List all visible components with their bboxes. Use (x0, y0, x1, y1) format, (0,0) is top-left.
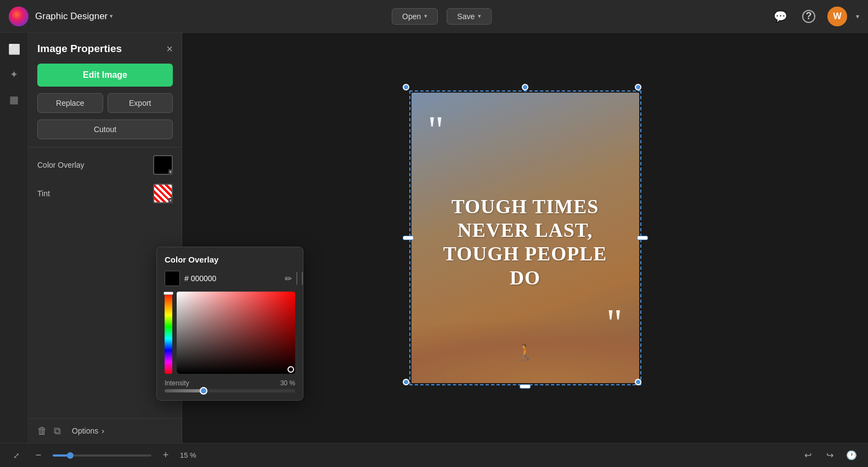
undo-icon: ↩ (804, 450, 811, 460)
bottombar: ⤢ − + 15 % ↩ ↪ 🕐 (0, 443, 868, 467)
bottombar-right: ↩ ↪ 🕐 (800, 448, 859, 463)
hex-input[interactable] (184, 274, 280, 283)
zoom-slider[interactable] (53, 454, 151, 457)
handle-top[interactable] (522, 84, 528, 90)
figure-silhouette: 🚶 (516, 343, 535, 361)
tint-swatch[interactable]: ▾ (153, 184, 173, 203)
color-popup-title: Color Overlay (165, 255, 295, 264)
hue-handle (164, 292, 173, 295)
save-button[interactable]: Save ▾ (447, 8, 492, 25)
strip-grid-icon[interactable]: ▦ (4, 90, 24, 110)
zoom-value: 15 % (180, 451, 200, 459)
undo-button[interactable]: ↩ (800, 448, 815, 463)
plus-icon: + (163, 449, 169, 461)
save-label: Save (457, 12, 475, 21)
handle-bottom[interactable] (520, 384, 531, 389)
color-overlay-row: Color Overlay ▾ (29, 151, 182, 179)
edit-image-button[interactable]: Edit Image (37, 64, 173, 87)
zoom-in-button[interactable]: + (158, 448, 173, 463)
tint-swatch-arrow: ▾ (168, 198, 173, 203)
duplicate-icon[interactable]: ⧉ (54, 425, 61, 437)
hue-slider[interactable] (165, 292, 172, 374)
chat-button[interactable]: 💬 (770, 7, 790, 26)
open-label: Open (402, 12, 421, 21)
chat-icon: 💬 (774, 10, 787, 23)
handle-bottom-right[interactable] (635, 379, 641, 385)
poster-text: TOUGH TIMESNEVER LAST,TOUGH PEOPLEDO (429, 195, 622, 290)
eyedropper-button[interactable]: ✏ (285, 274, 292, 284)
avatar-initial: W (833, 12, 841, 21)
eyedropper-icon: ✏ (285, 274, 292, 283)
avatar[interactable]: W (827, 7, 847, 26)
intensity-slider[interactable] (165, 389, 295, 392)
hex-row: ✏ (165, 271, 295, 286)
handle-left[interactable] (403, 236, 414, 240)
color-overlay-label: Color Overlay (37, 161, 84, 169)
intensity-handle (200, 387, 207, 395)
export-button[interactable]: Export (108, 93, 173, 113)
grid-icon: ▦ (9, 94, 19, 106)
replace-button[interactable]: Replace (37, 93, 103, 113)
poster: " TOUGH TIMESNEVER LAST,TOUGH PEOPLEDO "… (412, 93, 639, 383)
quote-close: " (606, 307, 622, 339)
topbar-right: 💬 ? W ▾ (770, 7, 859, 26)
palette-icon[interactable] (296, 272, 297, 285)
zoom-out-button[interactable]: − (31, 448, 46, 463)
replace-export-row: Replace Export (29, 93, 182, 117)
expand-icon: ⤢ (13, 451, 20, 460)
color-overlay-swatch[interactable]: ▾ (153, 155, 173, 175)
minus-icon: − (36, 449, 42, 461)
options-label: Options (72, 426, 98, 435)
app-logo (9, 7, 29, 26)
intensity-fill (165, 389, 204, 392)
sidebar-title: Image Properties (37, 43, 122, 55)
help-button[interactable]: ? (799, 7, 819, 26)
hex-swatch (165, 271, 180, 286)
delete-icon[interactable]: 🗑 (37, 425, 47, 437)
color-picker-area (165, 292, 295, 374)
saturation-overlay (177, 292, 295, 374)
options-chevron: › (102, 426, 104, 435)
save-chevron: ▾ (478, 13, 481, 20)
handle-top-right[interactable] (635, 84, 641, 90)
handle-bottom-left[interactable] (403, 379, 409, 385)
sidebar-bottom-toolbar: 🗑 ⧉ Options › (29, 418, 182, 443)
intensity-row: Intensity 30 % (165, 379, 295, 392)
expand-button[interactable]: ⤢ (9, 448, 24, 463)
sidebar-header: Image Properties × (29, 33, 182, 61)
zoom-handle (67, 452, 74, 459)
redo-button[interactable]: ↪ (822, 448, 837, 463)
topbar: Graphic Designer ▾ Open ▾ Save ▾ 💬 ? W ▾ (0, 0, 868, 33)
saturation-box[interactable] (177, 292, 295, 374)
cutout-button[interactable]: Cutout (37, 119, 173, 139)
handle-top-left[interactable] (403, 84, 409, 90)
color-overlay-popup: Color Overlay ✏ Intensity 30 % (156, 247, 303, 401)
intensity-label-row: Intensity 30 % (165, 379, 295, 387)
options-button[interactable]: Options › (67, 424, 109, 437)
divider-1 (29, 147, 182, 147)
strip-settings-icon[interactable]: ✦ (4, 65, 24, 84)
topbar-center: Open ▾ Save ▾ (113, 8, 770, 25)
icon-strip: ⬜ ✦ ▦ (0, 33, 29, 443)
avatar-chevron: ▾ (856, 13, 859, 20)
app-name[interactable]: Graphic Designer ▾ (35, 11, 113, 22)
redo-icon: ↪ (826, 450, 833, 460)
close-button[interactable]: × (166, 43, 173, 54)
history-button[interactable]: 🕐 (844, 448, 859, 463)
open-button[interactable]: Open ▾ (392, 8, 438, 25)
intensity-value: 30 % (280, 379, 295, 387)
help-icon: ? (802, 10, 815, 23)
history-icon: 🕐 (846, 450, 857, 460)
saturation-handle (288, 366, 294, 373)
design-canvas[interactable]: " TOUGH TIMESNEVER LAST,TOUGH PEOPLEDO "… (406, 87, 645, 389)
open-chevron: ▾ (424, 13, 427, 20)
image-icon: ⬜ (8, 43, 20, 55)
quote-open: " (428, 115, 444, 146)
rainbow-icon[interactable] (302, 272, 303, 285)
strip-image-icon[interactable]: ⬜ (4, 39, 24, 59)
handle-right[interactable] (637, 236, 648, 240)
intensity-label: Intensity (165, 379, 189, 387)
settings-icon: ✦ (10, 69, 18, 81)
tint-label: Tint (37, 189, 50, 198)
swatch-arrow: ▾ (168, 169, 173, 175)
